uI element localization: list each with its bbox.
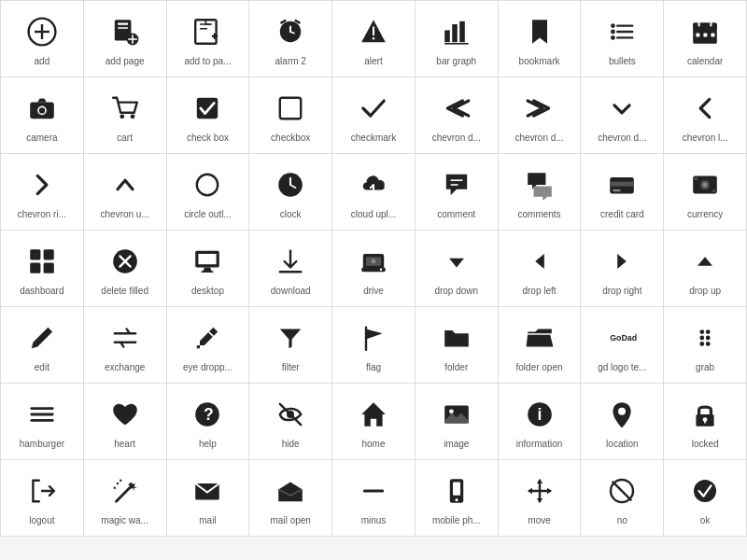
svg-rect-34 bbox=[712, 34, 715, 37]
icon-cell-credit-card[interactable]: credit card bbox=[581, 154, 664, 231]
alert-icon bbox=[355, 13, 392, 50]
chevron-right-label: chevron ri... bbox=[18, 209, 66, 219]
icon-cell-drop-right[interactable]: drop right bbox=[581, 231, 664, 307]
icon-cell-hamburger[interactable]: hamburger bbox=[1, 384, 84, 460]
icon-cell-drop-left[interactable]: drop left bbox=[499, 231, 582, 307]
icon-cell-cloud-upload[interactable]: cloud upl... bbox=[332, 154, 416, 231]
drop-down-label: drop down bbox=[434, 286, 478, 296]
svg-text:?: ? bbox=[204, 405, 214, 424]
comments-label: comments bbox=[517, 209, 560, 219]
svg-point-42 bbox=[197, 175, 218, 195]
icon-cell-alarm-2[interactable]: alarm 2 bbox=[249, 1, 332, 77]
icon-cell-home[interactable]: home bbox=[332, 384, 416, 460]
icon-cell-drop-down[interactable]: drop down bbox=[416, 231, 499, 307]
icon-cell-chevron-down-2[interactable]: chevron d... bbox=[499, 77, 582, 154]
icon-cell-filter[interactable]: filter bbox=[249, 307, 332, 384]
svg-rect-50 bbox=[613, 189, 621, 191]
checkbox-icon bbox=[272, 90, 309, 127]
svg-point-117 bbox=[694, 480, 716, 502]
icon-cell-mail-open[interactable]: mail open bbox=[249, 460, 332, 537]
svg-point-103 bbox=[113, 487, 115, 489]
icon-cell-drop-up[interactable]: drop up bbox=[664, 231, 747, 307]
icon-cell-desktop[interactable]: desktop bbox=[167, 231, 250, 307]
icon-cell-image[interactable]: image bbox=[416, 384, 499, 460]
icon-cell-drive[interactable]: drive bbox=[332, 231, 416, 307]
icon-cell-mail[interactable]: mail bbox=[167, 460, 250, 537]
svg-marker-89 bbox=[361, 402, 386, 427]
icon-cell-magic-wand[interactable]: magic wa... bbox=[84, 460, 167, 537]
icon-cell-add-page[interactable]: add page bbox=[84, 1, 167, 77]
icon-cell-cart[interactable]: cart bbox=[84, 77, 167, 154]
icon-cell-checkmark[interactable]: checkmark bbox=[332, 77, 416, 154]
icon-cell-flag[interactable]: flag bbox=[332, 307, 416, 384]
icon-cell-move[interactable]: move bbox=[499, 460, 582, 537]
svg-point-17 bbox=[373, 37, 374, 39]
icon-cell-chevron-up[interactable]: chevron u... bbox=[84, 154, 167, 231]
icon-cell-checkbox[interactable]: checkbox bbox=[249, 77, 332, 154]
icon-cell-chevron-left[interactable]: chevron l... bbox=[664, 77, 747, 154]
svg-marker-112 bbox=[536, 498, 542, 503]
icon-cell-comments[interactable]: comments bbox=[499, 154, 582, 231]
icon-cell-no[interactable]: no bbox=[581, 460, 664, 537]
circle-outline-icon bbox=[189, 166, 226, 203]
minus-icon bbox=[355, 472, 392, 510]
icon-cell-clock[interactable]: clock bbox=[249, 154, 332, 231]
icon-cell-locked[interactable]: locked bbox=[664, 384, 747, 460]
drop-right-icon bbox=[603, 243, 641, 280]
icon-cell-circle-outline[interactable]: circle outl... bbox=[167, 154, 250, 231]
icon-cell-bookmark[interactable]: bookmark bbox=[499, 1, 582, 77]
icon-cell-exchange[interactable]: exchange bbox=[84, 307, 167, 384]
icon-cell-camera[interactable]: camera bbox=[1, 77, 84, 154]
icon-cell-eye-dropper[interactable]: eye dropp... bbox=[167, 307, 250, 384]
svg-rect-56 bbox=[30, 249, 40, 259]
icon-cell-hide[interactable]: hide bbox=[249, 384, 332, 460]
svg-rect-29 bbox=[693, 22, 717, 30]
gd-logo-label: gd logo te... bbox=[598, 362, 646, 372]
cart-label: cart bbox=[117, 133, 133, 143]
icon-cell-folder-open[interactable]: folder open bbox=[499, 307, 582, 384]
icon-cell-heart[interactable]: heart bbox=[84, 384, 167, 460]
svg-rect-19 bbox=[452, 24, 458, 42]
icon-cell-gd-logo[interactable]: GoDaddygd logo te... bbox=[581, 307, 664, 384]
icon-cell-minus[interactable]: minus bbox=[332, 460, 416, 537]
exchange-label: exchange bbox=[105, 362, 145, 372]
icon-cell-help[interactable]: ?help bbox=[167, 384, 250, 460]
icon-cell-folder[interactable]: folder bbox=[416, 307, 499, 384]
icon-cell-add-to-page[interactable]: add to pa... bbox=[167, 1, 250, 77]
icon-cell-delete-filled[interactable]: delete filled bbox=[84, 231, 167, 307]
icon-cell-information[interactable]: iinformation bbox=[499, 384, 582, 460]
icon-cell-check-box[interactable]: check box bbox=[167, 77, 250, 154]
icon-cell-mobile-phone[interactable]: mobile ph... bbox=[416, 460, 499, 537]
svg-rect-33 bbox=[704, 34, 708, 37]
delete-filled-icon bbox=[106, 243, 144, 280]
icon-cell-chevron-down-1[interactable]: chevron d... bbox=[416, 77, 499, 154]
svg-line-14 bbox=[282, 21, 286, 22]
icon-cell-bullets[interactable]: bullets bbox=[581, 1, 664, 77]
svg-point-53 bbox=[703, 183, 708, 188]
icon-cell-alert[interactable]: alert bbox=[332, 1, 416, 77]
icon-cell-ok[interactable]: ok bbox=[664, 460, 747, 537]
icon-cell-bar-graph[interactable]: bar graph bbox=[416, 1, 499, 77]
svg-point-39 bbox=[130, 114, 134, 119]
svg-rect-59 bbox=[43, 263, 53, 273]
alarm-2-label: alarm 2 bbox=[275, 56, 306, 66]
icon-cell-comment[interactable]: comment bbox=[416, 154, 499, 231]
icon-cell-dashboard[interactable]: dashboard bbox=[1, 231, 84, 307]
svg-rect-49 bbox=[611, 182, 635, 187]
bullets-icon bbox=[603, 13, 641, 50]
icon-cell-location[interactable]: location bbox=[581, 384, 664, 460]
chevron-up-label: chevron u... bbox=[101, 209, 149, 219]
svg-point-81 bbox=[706, 342, 711, 346]
icon-cell-grab[interactable]: grab bbox=[664, 307, 747, 384]
svg-point-22 bbox=[611, 23, 615, 28]
icon-cell-currency[interactable]: currency bbox=[664, 154, 747, 231]
svg-point-76 bbox=[700, 329, 705, 334]
svg-line-88 bbox=[280, 404, 301, 425]
icon-cell-add[interactable]: add bbox=[1, 1, 84, 77]
icon-cell-chevron-down-3[interactable]: chevron d... bbox=[581, 77, 664, 154]
icon-cell-chevron-right[interactable]: chevron ri... bbox=[1, 154, 84, 231]
icon-cell-logout[interactable]: logout bbox=[1, 460, 84, 537]
icon-cell-edit[interactable]: edit bbox=[1, 307, 84, 384]
icon-cell-calendar[interactable]: calendar bbox=[664, 1, 747, 77]
icon-cell-download[interactable]: download bbox=[249, 231, 332, 307]
